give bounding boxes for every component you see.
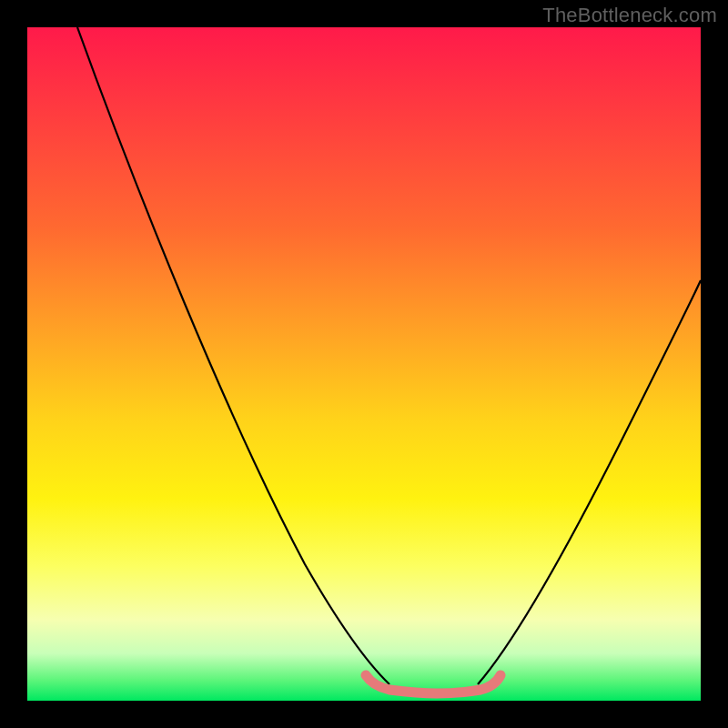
right-ascending-curve	[478, 280, 701, 684]
left-descending-curve	[77, 27, 389, 684]
plot-area	[27, 27, 701, 701]
chart-svg	[27, 27, 701, 701]
watermark-text: TheBottleneck.com	[542, 4, 717, 27]
chart-frame: TheBottleneck.com	[0, 0, 728, 728]
optimum-flat-marker	[366, 675, 500, 693]
